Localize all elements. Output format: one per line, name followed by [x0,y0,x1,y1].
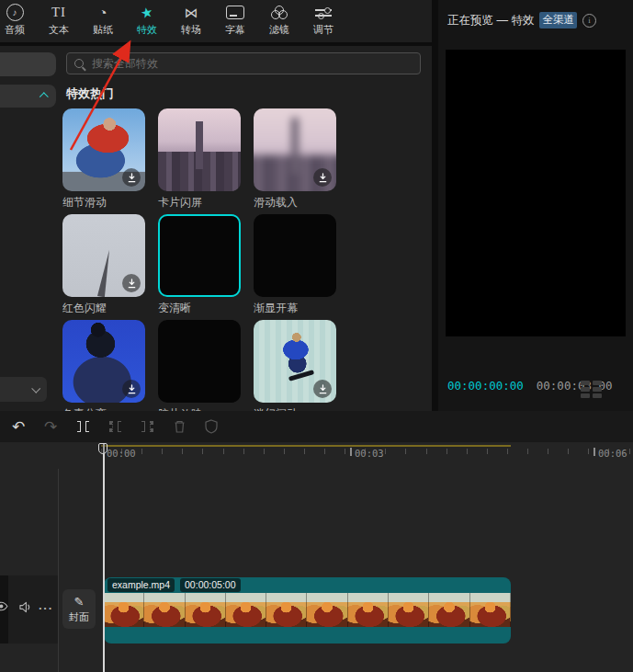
tab-label: 字幕 [225,24,245,35]
timeline-toolbar: ↶ ↷ [0,411,633,442]
effect-label: 渐显开幕 [254,302,336,314]
toggle-visibility-icon[interactable] [0,601,8,611]
video-clip[interactable]: example.mp4 00:00:05:00 [104,577,511,644]
tab-adjust[interactable]: 调节 [307,3,340,40]
more-options-icon[interactable]: ··· [39,601,53,615]
effect-item[interactable]: 渐显开幕 [254,214,336,314]
media-type-toolbar: ♪ 音频 TI 文本 ◔ 贴纸 ★ 特效 ⋈ 转场 字幕 滤镜 调节 [0,0,432,42]
effect-thumbnail[interactable] [62,214,145,297]
ruler-label: 00:06 [598,448,627,459]
category-dropdown[interactable] [0,377,47,402]
section-title: 特效热门 [66,85,114,102]
preview-scope-badge: 全渠道 [539,12,577,28]
download-icon[interactable] [122,168,141,187]
effect-item[interactable]: 胶片放映 [158,320,241,411]
sticker-icon: ◔ [98,3,107,22]
effect-thumbnail[interactable] [158,320,241,403]
effect-label: 卡片闪屏 [158,196,241,209]
tab-audio[interactable]: ♪ 音频 [0,3,31,40]
effect-thumbnail[interactable] [62,320,145,403]
effect-item[interactable]: 细节滑动 [62,108,145,209]
effect-label: 滑动载入 [254,196,336,209]
filmstrip-frame [226,593,266,627]
effect-label: 红色闪耀 [62,302,145,314]
split-delete-left-icon[interactable] [106,417,124,436]
search-icon [74,59,84,68]
track-header-divider [58,469,59,672]
effect-item[interactable]: 迷幻闪动 [254,320,336,411]
layout-grid-icon[interactable] [581,381,602,398]
ruler-label: 00:03 [355,448,384,459]
effect-thumbnail[interactable] [254,108,336,191]
tab-transition[interactable]: ⋈ 转场 [175,3,208,40]
effect-thumbnail[interactable] [254,320,336,403]
filter-icon [270,6,288,20]
tab-label: 音频 [5,24,25,35]
effect-thumbnail[interactable] [158,214,241,297]
playhead-line [103,443,105,672]
current-timecode: 00:00:00:00 [447,379,524,393]
undo-icon[interactable]: ↶ [9,417,28,436]
redo-icon[interactable]: ↷ [41,417,60,436]
clip-header: example.mp4 00:00:05:00 [104,577,511,593]
mask-icon[interactable] [202,417,220,436]
adjust-icon [315,6,332,18]
filmstrip-frame [307,593,347,627]
split-icon[interactable] [73,417,92,436]
capcut-editor-window: ♪ 音频 TI 文本 ◔ 贴纸 ★ 特效 ⋈ 转场 字幕 滤镜 调节 [0,0,633,672]
effect-item[interactable]: 卡片闪屏 [158,108,241,209]
effect-item-selected[interactable]: 变清晰 [158,214,241,314]
effect-thumbnail[interactable] [62,108,145,191]
download-icon[interactable] [122,274,141,292]
search-input[interactable] [90,56,413,71]
tab-label: 文本 [49,24,69,35]
tab-sticker[interactable]: ◔ 贴纸 [86,3,119,40]
collapse-panel-button[interactable] [0,85,56,108]
preview-panel: 正在预览 — 特效 全渠道 00:00:00:00 00:00:03:00 [438,0,633,411]
collapsed-category-button[interactable] [0,52,56,76]
effect-thumbnail[interactable] [158,108,241,191]
tab-text[interactable]: TI 文本 [42,3,75,40]
filmstrip-frame [144,593,185,627]
cover-button[interactable]: ✎ 封面 [62,589,96,629]
effect-item[interactable]: 滑动载入 [254,108,336,209]
split-delete-right-icon[interactable] [138,417,156,436]
timeline-ruler[interactable]: 00:00 00:03 00:06 [0,442,633,461]
delete-icon[interactable] [170,417,188,436]
tab-effects[interactable]: ★ 特效 [130,3,164,40]
filmstrip-frame [186,593,226,627]
tab-filter[interactable]: 滤镜 [263,3,296,40]
filmstrip-frame [266,593,307,627]
cover-button-label: 封面 [69,610,89,624]
tab-label: 滤镜 [269,24,289,35]
ruler-label: 00:00 [107,448,136,459]
filmstrip-frame [389,593,429,627]
pencil-icon: ✎ [74,595,85,609]
download-icon[interactable] [313,168,332,187]
info-icon[interactable] [582,14,596,28]
playhead-handle[interactable] [98,443,107,454]
clip-extent-line [101,445,511,447]
effect-thumbnail[interactable] [254,214,336,297]
download-icon[interactable] [313,380,332,398]
effects-panel: 特效热门 细节滑动 卡片闪屏 [0,46,432,411]
mute-track-icon[interactable] [18,601,32,613]
chevron-down-icon [31,384,40,393]
effects-search-bar[interactable] [66,52,421,74]
major-tick [350,448,352,456]
tab-label: 转场 [181,24,201,35]
effect-label: 细节滑动 [62,196,145,209]
clip-filmstrip [104,593,511,627]
tab-label: 调节 [313,24,333,35]
transition-icon: ⋈ [185,3,198,22]
preview-header: 正在预览 — 特效 全渠道 [447,12,596,28]
filmstrip-frame [348,593,389,627]
preview-status-text: 正在预览 — 特效 [447,13,534,28]
effect-item[interactable]: 红色闪耀 [62,214,145,314]
filmstrip-frame [470,593,511,627]
tab-captions[interactable]: 字幕 [219,3,252,40]
clip-duration: 00:00:05:00 [180,578,240,592]
effect-item[interactable]: 色素分离 [62,320,145,411]
download-icon[interactable] [122,380,141,398]
effects-grid: 细节滑动 卡片闪屏 滑动载入 [62,108,356,411]
